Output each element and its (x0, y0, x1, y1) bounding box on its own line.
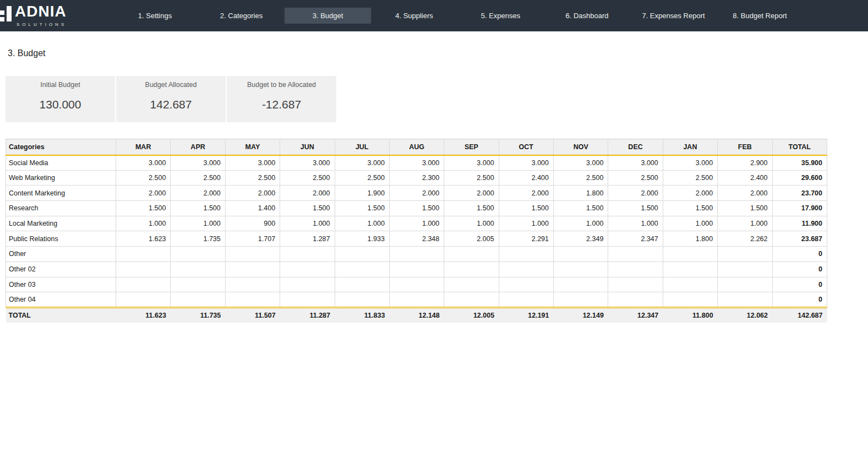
value-cell-jan[interactable]: 2.000 (663, 186, 717, 201)
value-cell-sep[interactable] (444, 247, 499, 262)
value-cell-feb[interactable]: 1.000 (718, 216, 772, 231)
value-cell-aug[interactable]: 2.348 (389, 231, 444, 247)
value-cell-feb[interactable] (718, 262, 772, 277)
value-cell-sep[interactable]: 1.000 (444, 216, 499, 231)
value-cell-dec[interactable]: 1.000 (608, 216, 663, 231)
value-cell-dec[interactable] (608, 277, 663, 292)
value-cell-dec[interactable]: 2.000 (608, 186, 663, 201)
value-cell-apr[interactable]: 1.500 (171, 201, 225, 216)
value-cell-oct[interactable]: 2.291 (499, 231, 553, 247)
value-cell-dec[interactable]: 1.500 (608, 201, 663, 216)
value-cell-feb[interactable]: 2.900 (718, 155, 772, 171)
value-cell-feb[interactable]: 2.262 (718, 231, 772, 247)
category-cell[interactable]: Web Marketing (6, 170, 116, 186)
value-cell-apr[interactable]: 2.500 (171, 170, 225, 186)
value-cell-oct[interactable] (499, 292, 553, 308)
tab-8-budget-report[interactable]: 8. Budget Report (717, 8, 803, 24)
value-cell-feb[interactable] (718, 247, 772, 262)
value-cell-jul[interactable]: 1.933 (335, 231, 389, 247)
value-cell-mar[interactable]: 1.500 (116, 201, 171, 216)
category-cell[interactable]: Local Marketing (6, 216, 116, 231)
value-cell-aug[interactable] (389, 277, 444, 292)
value-cell-apr[interactable] (171, 277, 225, 292)
value-cell-oct[interactable] (499, 247, 553, 262)
value-cell-oct[interactable]: 2.400 (499, 170, 553, 186)
category-cell[interactable]: Other 04 (6, 292, 116, 308)
value-cell-nov[interactable]: 3.000 (554, 155, 608, 171)
value-cell-apr[interactable]: 1.735 (171, 231, 225, 247)
value-cell-dec[interactable] (608, 262, 663, 277)
value-cell-mar[interactable] (116, 262, 171, 277)
value-cell-jun[interactable]: 1.500 (280, 201, 335, 216)
value-cell-jun[interactable] (280, 277, 335, 292)
value-cell-jul[interactable]: 2.500 (335, 170, 389, 186)
value-cell-aug[interactable] (389, 262, 444, 277)
value-cell-jan[interactable]: 1.800 (663, 231, 717, 247)
value-cell-nov[interactable] (554, 247, 608, 262)
value-cell-jun[interactable]: 1.287 (280, 231, 335, 247)
value-cell-oct[interactable]: 2.000 (499, 186, 553, 201)
value-cell-jul[interactable] (335, 247, 389, 262)
value-cell-jun[interactable]: 3.000 (280, 155, 335, 171)
value-cell-may[interactable]: 900 (225, 216, 280, 231)
value-cell-may[interactable] (225, 277, 280, 292)
value-cell-nov[interactable]: 1.500 (554, 201, 608, 216)
value-cell-may[interactable]: 2.000 (225, 186, 280, 201)
value-cell-oct[interactable]: 3.000 (499, 155, 553, 171)
value-cell-jan[interactable] (663, 247, 717, 262)
value-cell-jan[interactable] (663, 277, 717, 292)
category-cell[interactable]: Other (6, 247, 116, 262)
value-cell-jul[interactable] (335, 292, 389, 308)
value-cell-feb[interactable] (718, 292, 772, 308)
value-cell-aug[interactable]: 2.300 (389, 170, 444, 186)
value-cell-apr[interactable] (171, 262, 225, 277)
value-cell-jan[interactable]: 3.000 (663, 155, 717, 171)
tab-6-dashboard[interactable]: 6. Dashboard (544, 8, 630, 24)
value-cell-sep[interactable]: 2.005 (444, 231, 499, 247)
tab-1-settings[interactable]: 1. Settings (112, 8, 198, 24)
value-cell-feb[interactable]: 2.000 (718, 186, 772, 201)
tab-2-categories[interactable]: 2. Categories (198, 8, 285, 24)
value-cell-apr[interactable]: 2.000 (171, 186, 225, 201)
value-cell-aug[interactable] (389, 247, 444, 262)
value-cell-jul[interactable]: 1.000 (335, 216, 389, 231)
value-cell-may[interactable]: 2.500 (225, 170, 280, 186)
value-cell-dec[interactable] (608, 292, 663, 308)
value-cell-nov[interactable]: 1.000 (554, 216, 608, 231)
value-cell-may[interactable]: 1.707 (225, 231, 280, 247)
value-cell-oct[interactable]: 1.500 (499, 201, 553, 216)
value-cell-nov[interactable] (554, 277, 608, 292)
value-cell-oct[interactable] (499, 262, 553, 277)
value-cell-oct[interactable] (499, 277, 553, 292)
category-cell[interactable]: Other 02 (6, 262, 116, 277)
value-cell-sep[interactable]: 2.000 (444, 186, 499, 201)
value-cell-aug[interactable]: 1.500 (389, 201, 444, 216)
value-cell-jun[interactable]: 2.000 (280, 186, 335, 201)
value-cell-jul[interactable]: 1.500 (335, 201, 389, 216)
value-cell-jun[interactable] (280, 262, 335, 277)
value-cell-aug[interactable]: 3.000 (389, 155, 444, 171)
value-cell-jul[interactable] (335, 262, 389, 277)
value-cell-jun[interactable]: 2.500 (280, 170, 335, 186)
value-cell-jul[interactable]: 1.900 (335, 186, 389, 201)
value-cell-mar[interactable]: 2.500 (116, 170, 171, 186)
category-cell[interactable]: Content Marketing (6, 186, 116, 201)
value-cell-jan[interactable]: 1.500 (663, 201, 717, 216)
value-cell-nov[interactable]: 2.349 (554, 231, 608, 247)
value-cell-mar[interactable] (116, 277, 171, 292)
value-cell-feb[interactable]: 1.500 (718, 201, 772, 216)
value-cell-may[interactable] (225, 247, 280, 262)
value-cell-aug[interactable]: 1.000 (389, 216, 444, 231)
value-cell-sep[interactable] (444, 277, 499, 292)
value-cell-mar[interactable]: 2.000 (116, 186, 171, 201)
value-cell-mar[interactable]: 1.000 (116, 216, 171, 231)
value-cell-nov[interactable]: 1.800 (554, 186, 608, 201)
value-cell-dec[interactable] (608, 247, 663, 262)
value-cell-mar[interactable] (116, 247, 171, 262)
value-cell-mar[interactable] (116, 292, 171, 308)
value-cell-dec[interactable]: 3.000 (608, 155, 663, 171)
value-cell-sep[interactable] (444, 262, 499, 277)
value-cell-dec[interactable]: 2.347 (608, 231, 663, 247)
category-cell[interactable]: Public Relations (6, 231, 116, 247)
category-cell[interactable]: Research (6, 201, 116, 216)
